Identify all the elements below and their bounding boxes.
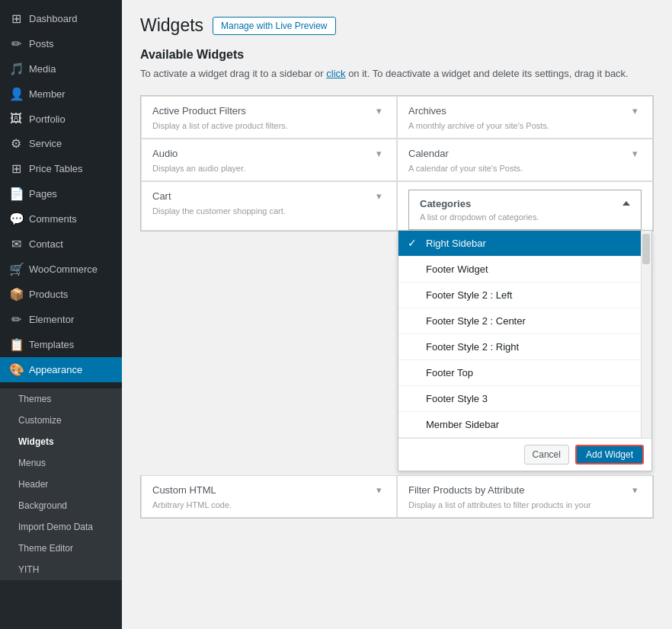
- products-icon: 📦: [9, 287, 23, 302]
- member-icon: 👤: [9, 87, 23, 101]
- click-link[interactable]: click: [326, 68, 345, 79]
- sidebar-item-portfolio[interactable]: 🖼 Portfolio: [0, 107, 122, 131]
- sidebar-item-pages[interactable]: 📄 Pages: [0, 181, 122, 206]
- sidebar-item-label: Contact: [29, 238, 63, 250]
- widget-audio[interactable]: Audio ▾ Displays an audio player.: [141, 139, 397, 181]
- widget-desc: Display the customer shopping cart.: [152, 206, 386, 216]
- widget-name: Cart: [152, 190, 171, 202]
- theme-editor-label: Theme Editor: [18, 543, 73, 554]
- widget-desc: A calendar of your site's Posts.: [408, 164, 642, 173]
- sidebar-item-label: Service: [29, 138, 62, 149]
- widget-toggle-icon[interactable]: ▾: [628, 104, 642, 118]
- widget-cart[interactable]: Cart ▾ Display the customer shopping car…: [141, 181, 397, 231]
- widget-name: Audio: [152, 148, 178, 159]
- widget-toggle-icon[interactable]: ▾: [372, 484, 386, 497]
- categories-widget-name: Categories: [420, 198, 471, 209]
- dropdown-scrollbar-track[interactable]: [641, 231, 651, 438]
- widget-name: Calendar: [408, 148, 449, 159]
- widget-filter-products[interactable]: Filter Products by Attribute ▾ Display a…: [397, 475, 653, 518]
- sidebar-item-comments[interactable]: 💬 Comments: [0, 206, 122, 231]
- appearance-submenu: Themes Customize Widgets Menus Header Ba…: [0, 388, 122, 580]
- dropdown-scrollbar-thumb[interactable]: [642, 234, 650, 264]
- sidebar-item-label: Products: [29, 289, 68, 300]
- dropdown-item-footer-widget[interactable]: Footer Widget: [398, 257, 651, 283]
- sidebar-sub-header[interactable]: Header: [0, 474, 122, 495]
- widget-desc: Display a list of attributes to filter p…: [408, 500, 642, 509]
- widget-desc: Arbitrary HTML code.: [152, 500, 386, 509]
- sidebar-item-label: Dashboard: [29, 13, 78, 24]
- sidebar-item-label: Media: [29, 63, 56, 75]
- live-preview-button[interactable]: Manage with Live Preview: [213, 17, 335, 35]
- widget-toggle-icon[interactable]: ▾: [372, 190, 386, 203]
- section-desc: To activate a widget drag it to a sideba…: [140, 66, 654, 81]
- cancel-button[interactable]: Cancel: [524, 445, 569, 465]
- pages-icon: 📄: [9, 187, 23, 201]
- menus-label: Menus: [18, 458, 46, 468]
- customize-label: Customize: [18, 415, 62, 426]
- widget-archives[interactable]: Archives ▾ A monthly archive of your sit…: [397, 96, 653, 139]
- dropdown-item-label: Footer Style 3: [426, 393, 488, 404]
- add-widget-button[interactable]: Add Widget: [575, 445, 644, 465]
- sidebar-item-member[interactable]: 👤 Member: [0, 81, 122, 107]
- import-demo-label: Import Demo Data: [18, 522, 93, 532]
- widget-name: Archives: [408, 105, 446, 117]
- widget-custom-html[interactable]: Custom HTML ▾ Arbitrary HTML code.: [141, 475, 397, 518]
- sidebar-item-appearance[interactable]: 🎨 Appearance: [0, 357, 122, 382]
- sidebar-sub-theme-editor[interactable]: Theme Editor: [0, 538, 122, 559]
- dropdown-item-footer-style-3[interactable]: Footer Style 3: [398, 386, 651, 412]
- widget-categories[interactable]: Categories A list or dropdown of categor…: [408, 190, 642, 230]
- sidebar-sub-widgets[interactable]: Widgets: [0, 431, 122, 452]
- sidebar-item-service[interactable]: ⚙ Service: [0, 131, 122, 156]
- widget-toggle-icon[interactable]: ▾: [372, 147, 386, 161]
- sidebar-sub-menus[interactable]: Menus: [0, 452, 122, 474]
- widget-calendar[interactable]: Calendar ▾ A calendar of your site's Pos…: [397, 139, 653, 181]
- appearance-icon: 🎨: [9, 362, 23, 377]
- dashboard-icon: ⊞: [9, 11, 23, 26]
- widget-toggle-icon[interactable]: ▾: [628, 147, 642, 161]
- sidebar-item-label: Comments: [29, 213, 77, 225]
- page-header: Widgets Manage with Live Preview: [140, 15, 654, 36]
- widgets-grid-bottom: Custom HTML ▾ Arbitrary HTML code. Filte…: [140, 475, 654, 519]
- widget-name: Custom HTML: [152, 484, 216, 496]
- sidebar-item-price-tables[interactable]: ⊞ Price Tables: [0, 156, 122, 181]
- sidebar-item-posts[interactable]: ✏ Posts: [0, 31, 122, 56]
- main-content: Widgets Manage with Live Preview Availab…: [122, 0, 672, 629]
- sidebar-item-dashboard[interactable]: ⊞ Dashboard: [0, 6, 122, 31]
- dropdown-item-footer-style-2-right[interactable]: Footer Style 2 : Right: [398, 334, 651, 360]
- widget-desc: Display a list of active product filters…: [152, 121, 386, 130]
- sidebar-sub-import-demo[interactable]: Import Demo Data: [0, 516, 122, 538]
- dropdown-item-footer-top[interactable]: Footer Top: [398, 360, 651, 386]
- sidebar-item-products[interactable]: 📦 Products: [0, 282, 122, 307]
- dropdown-list: ✓ Right Sidebar Footer Widget Footer Sty…: [398, 231, 651, 438]
- sidebar-item-label: Price Tables: [29, 163, 83, 174]
- comments-icon: 💬: [9, 212, 23, 226]
- sidebar-item-label: Templates: [29, 339, 74, 350]
- sidebar-sub-themes[interactable]: Themes: [0, 388, 122, 410]
- sidebar-item-templates[interactable]: 📋 Templates: [0, 332, 122, 357]
- templates-icon: 📋: [9, 337, 23, 352]
- widgets-grid: Active Product Filters ▾ Display a list …: [140, 95, 654, 231]
- yith-label: YITH: [18, 564, 39, 575]
- elementor-icon: ✏: [9, 312, 23, 327]
- widget-toggle-icon[interactable]: ▾: [628, 484, 642, 497]
- categories-collapse-icon[interactable]: [622, 201, 630, 206]
- dropdown-item-footer-style-2-left[interactable]: Footer Style 2 : Left: [398, 283, 651, 308]
- sidebar-item-media[interactable]: 🎵 Media: [0, 56, 122, 81]
- sidebar-sub-yith[interactable]: YITH: [0, 559, 122, 580]
- dropdown-item-member-sidebar[interactable]: Member Sidebar: [398, 412, 651, 438]
- sidebar-item-woocommerce[interactable]: 🛒 WooCommerce: [0, 257, 122, 282]
- widget-name: Active Product Filters: [152, 105, 246, 117]
- contact-icon: ✉: [9, 237, 23, 251]
- background-label: Background: [18, 500, 67, 511]
- themes-label: Themes: [18, 394, 51, 404]
- dropdown-item-right-sidebar[interactable]: ✓ Right Sidebar: [398, 231, 651, 257]
- widget-active-product-filters[interactable]: Active Product Filters ▾ Display a list …: [141, 96, 397, 139]
- sidebar-sub-customize[interactable]: Customize: [0, 410, 122, 431]
- widget-toggle-icon[interactable]: ▾: [372, 104, 386, 118]
- sidebar-item-label: Posts: [29, 38, 54, 49]
- sidebar-sub-background[interactable]: Background: [0, 495, 122, 516]
- sidebar-dropdown: ✓ Right Sidebar Footer Widget Footer Sty…: [398, 230, 652, 471]
- dropdown-item-footer-style-2-center[interactable]: Footer Style 2 : Center: [398, 308, 651, 334]
- sidebar-item-elementor[interactable]: ✏ Elementor: [0, 307, 122, 332]
- sidebar-item-contact[interactable]: ✉ Contact: [0, 231, 122, 257]
